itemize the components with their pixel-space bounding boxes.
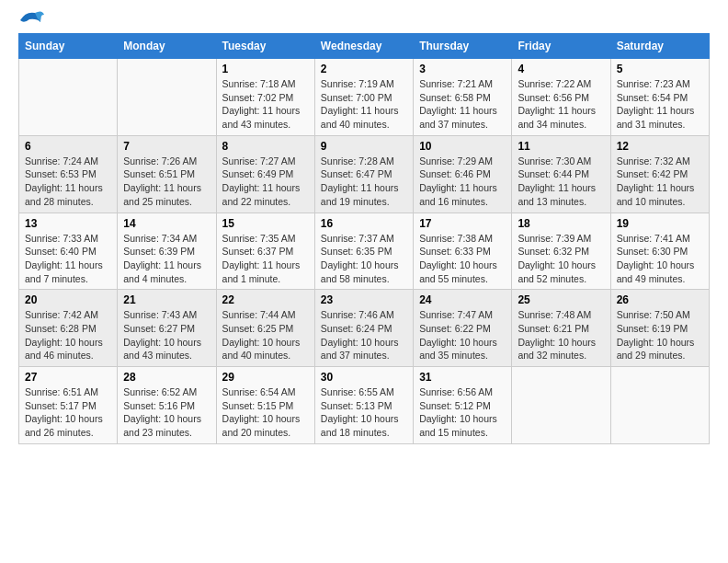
day-number: 31 [419,371,506,384]
day-detail: Sunrise: 7:37 AM Sunset: 6:35 PM Dayligh… [321,232,407,286]
day-detail: Sunrise: 7:26 AM Sunset: 6:51 PM Dayligh… [123,155,210,209]
day-detail: Sunrise: 7:30 AM Sunset: 6:44 PM Dayligh… [518,155,604,209]
day-detail: Sunrise: 6:52 AM Sunset: 5:16 PM Dayligh… [123,385,210,440]
day-detail: Sunrise: 7:50 AM Sunset: 6:19 PM Dayligh… [617,308,703,362]
day-number: 14 [123,217,210,230]
day-detail: Sunrise: 7:23 AM Sunset: 6:54 PM Dayligh… [617,77,703,132]
calendar-cell: 7Sunrise: 7:26 AM Sunset: 6:51 PM Daylig… [118,135,216,213]
day-number: 6 [25,140,111,153]
day-detail: Sunrise: 7:44 AM Sunset: 6:25 PM Dayligh… [222,308,309,362]
day-number: 22 [222,293,309,306]
col-header-friday: Friday [512,34,610,59]
day-detail: Sunrise: 7:33 AM Sunset: 6:40 PM Dayligh… [25,232,111,286]
day-number: 21 [123,293,210,306]
calendar-cell: 16Sunrise: 7:37 AM Sunset: 6:35 PM Dayli… [314,213,413,290]
col-header-tuesday: Tuesday [216,34,314,59]
calendar-cell: 8Sunrise: 7:27 AM Sunset: 6:49 PM Daylig… [216,135,314,213]
calendar-cell: 23Sunrise: 7:46 AM Sunset: 6:24 PM Dayli… [314,290,413,367]
day-number: 5 [617,63,703,75]
day-number: 9 [321,140,407,153]
calendar-cell: 5Sunrise: 7:23 AM Sunset: 6:54 PM Daylig… [610,59,709,136]
day-detail: Sunrise: 7:34 AM Sunset: 6:39 PM Dayligh… [123,232,210,286]
day-detail: Sunrise: 7:22 AM Sunset: 6:56 PM Dayligh… [518,77,604,132]
day-number: 29 [222,371,309,384]
day-detail: Sunrise: 6:51 AM Sunset: 5:17 PM Dayligh… [25,385,111,440]
calendar-cell: 4Sunrise: 7:22 AM Sunset: 6:56 PM Daylig… [512,59,610,136]
calendar-week-row: 1Sunrise: 7:18 AM Sunset: 7:02 PM Daylig… [19,59,710,136]
calendar-cell: 31Sunrise: 6:56 AM Sunset: 5:12 PM Dayli… [414,367,512,444]
day-detail: Sunrise: 7:35 AM Sunset: 6:37 PM Dayligh… [222,232,309,286]
day-detail: Sunrise: 7:42 AM Sunset: 6:28 PM Dayligh… [25,308,111,362]
day-number: 25 [518,293,604,306]
day-number: 10 [419,140,506,153]
calendar-cell: 1Sunrise: 7:18 AM Sunset: 7:02 PM Daylig… [216,59,314,136]
day-detail: Sunrise: 6:56 AM Sunset: 5:12 PM Dayligh… [419,385,506,440]
calendar-week-row: 13Sunrise: 7:33 AM Sunset: 6:40 PM Dayli… [19,213,710,290]
day-number: 3 [419,63,506,75]
logo-bird-icon [17,9,44,31]
calendar-cell: 22Sunrise: 7:44 AM Sunset: 6:25 PM Dayli… [216,290,314,367]
calendar-cell: 17Sunrise: 7:38 AM Sunset: 6:33 PM Dayli… [414,213,512,290]
day-number: 15 [222,217,309,230]
col-header-wednesday: Wednesday [314,34,413,59]
calendar-cell: 19Sunrise: 7:41 AM Sunset: 6:30 PM Dayli… [610,213,709,290]
day-detail: Sunrise: 7:24 AM Sunset: 6:53 PM Dayligh… [25,155,111,209]
day-detail: Sunrise: 7:19 AM Sunset: 7:00 PM Dayligh… [321,77,407,132]
day-detail: Sunrise: 7:21 AM Sunset: 6:58 PM Dayligh… [419,77,506,132]
day-detail: Sunrise: 7:43 AM Sunset: 6:27 PM Dayligh… [123,308,210,362]
calendar-cell: 13Sunrise: 7:33 AM Sunset: 6:40 PM Dayli… [19,213,118,290]
calendar-cell: 9Sunrise: 7:28 AM Sunset: 6:47 PM Daylig… [314,135,413,213]
calendar-cell: 24Sunrise: 7:47 AM Sunset: 6:22 PM Dayli… [414,290,512,367]
day-number: 12 [617,140,703,153]
calendar-cell: 2Sunrise: 7:19 AM Sunset: 7:00 PM Daylig… [314,59,413,136]
calendar-cell: 10Sunrise: 7:29 AM Sunset: 6:46 PM Dayli… [414,135,512,213]
day-detail: Sunrise: 7:48 AM Sunset: 6:21 PM Dayligh… [518,308,604,362]
day-number: 7 [123,140,210,153]
calendar-cell: 26Sunrise: 7:50 AM Sunset: 6:19 PM Dayli… [610,290,709,367]
calendar-cell: 6Sunrise: 7:24 AM Sunset: 6:53 PM Daylig… [19,135,118,213]
day-number: 2 [321,63,407,75]
calendar-cell: 25Sunrise: 7:48 AM Sunset: 6:21 PM Dayli… [512,290,610,367]
day-number: 23 [321,293,407,306]
col-header-sunday: Sunday [19,34,118,59]
calendar-table: SundayMondayTuesdayWednesdayThursdayFrid… [18,33,710,444]
day-number: 24 [419,293,506,306]
calendar-cell: 12Sunrise: 7:32 AM Sunset: 6:42 PM Dayli… [610,135,709,213]
day-detail: Sunrise: 7:32 AM Sunset: 6:42 PM Dayligh… [617,155,703,209]
day-detail: Sunrise: 7:38 AM Sunset: 6:33 PM Dayligh… [419,232,506,286]
calendar-cell [19,59,118,136]
calendar-cell: 28Sunrise: 6:52 AM Sunset: 5:16 PM Dayli… [118,367,216,444]
calendar-cell: 18Sunrise: 7:39 AM Sunset: 6:32 PM Dayli… [512,213,610,290]
calendar-week-row: 20Sunrise: 7:42 AM Sunset: 6:28 PM Dayli… [19,290,710,367]
day-number: 20 [25,293,111,306]
day-detail: Sunrise: 7:27 AM Sunset: 6:49 PM Dayligh… [222,155,309,209]
day-number: 13 [25,217,111,230]
calendar-week-row: 27Sunrise: 6:51 AM Sunset: 5:17 PM Dayli… [19,367,710,444]
calendar-cell: 21Sunrise: 7:43 AM Sunset: 6:27 PM Dayli… [118,290,216,367]
day-detail: Sunrise: 6:55 AM Sunset: 5:13 PM Dayligh… [321,385,407,440]
calendar-cell: 30Sunrise: 6:55 AM Sunset: 5:13 PM Dayli… [314,367,413,444]
day-detail: Sunrise: 7:46 AM Sunset: 6:24 PM Dayligh… [321,308,407,362]
day-detail: Sunrise: 7:28 AM Sunset: 6:47 PM Dayligh… [321,155,407,209]
calendar-cell [610,367,709,444]
day-number: 30 [321,371,407,384]
calendar-cell: 14Sunrise: 7:34 AM Sunset: 6:39 PM Dayli… [118,213,216,290]
day-number: 19 [617,217,703,230]
day-detail: Sunrise: 7:39 AM Sunset: 6:32 PM Dayligh… [518,232,604,286]
calendar-cell: 29Sunrise: 6:54 AM Sunset: 5:15 PM Dayli… [216,367,314,444]
calendar-cell: 20Sunrise: 7:42 AM Sunset: 6:28 PM Dayli… [19,290,118,367]
day-detail: Sunrise: 7:47 AM Sunset: 6:22 PM Dayligh… [419,308,506,362]
day-number: 28 [123,371,210,384]
day-number: 26 [617,293,703,306]
calendar-cell: 3Sunrise: 7:21 AM Sunset: 6:58 PM Daylig… [414,59,512,136]
col-header-monday: Monday [118,34,216,59]
col-header-thursday: Thursday [414,34,512,59]
calendar-header-row: SundayMondayTuesdayWednesdayThursdayFrid… [19,34,710,59]
calendar-cell [512,367,610,444]
calendar-week-row: 6Sunrise: 7:24 AM Sunset: 6:53 PM Daylig… [19,135,710,213]
day-number: 17 [419,217,506,230]
day-number: 18 [518,217,604,230]
calendar-cell: 15Sunrise: 7:35 AM Sunset: 6:37 PM Dayli… [216,213,314,290]
day-detail: Sunrise: 7:41 AM Sunset: 6:30 PM Dayligh… [617,232,703,286]
day-number: 1 [222,63,309,75]
